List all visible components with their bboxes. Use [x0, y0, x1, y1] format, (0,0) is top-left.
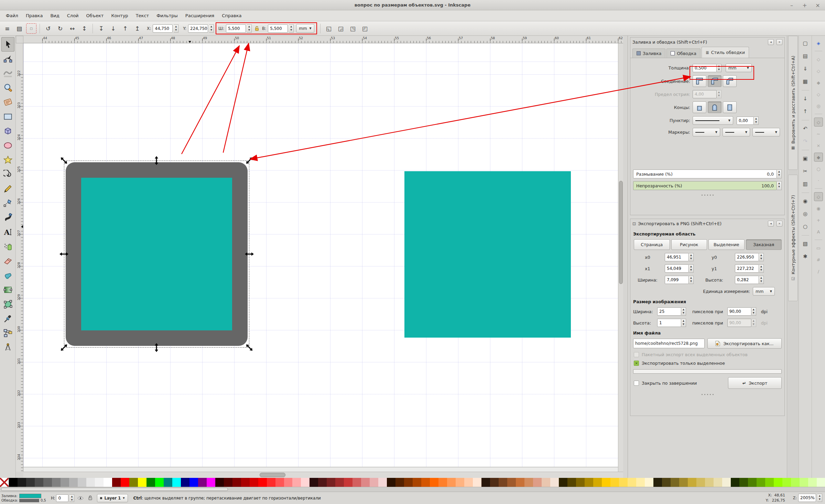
- rectangle-tool[interactable]: [1, 109, 14, 124]
- area-width-spinner[interactable]: ▲▼: [689, 276, 694, 284]
- paste-icon[interactable]: ▥: [801, 179, 810, 189]
- palette-swatch[interactable]: [104, 478, 112, 487]
- join-miter-button[interactable]: [693, 75, 706, 87]
- palette-swatch[interactable]: [61, 478, 69, 487]
- zoom-page-icon[interactable]: ○: [801, 222, 810, 231]
- preferences-icon[interactable]: ✱: [801, 252, 810, 261]
- marker-end-dropdown[interactable]: ▼: [752, 128, 780, 136]
- area-width-input[interactable]: 7,099: [665, 276, 689, 284]
- zoom-tool[interactable]: [1, 80, 14, 95]
- rotate-ccw-icon[interactable]: ↺: [43, 23, 53, 34]
- filename-input[interactable]: home/cooltehno/rect5728.png: [633, 339, 705, 348]
- scale-corners-toggle-icon[interactable]: ◲: [336, 23, 346, 34]
- selector-tool[interactable]: [1, 37, 14, 52]
- palette-swatch[interactable]: [662, 478, 671, 487]
- palette-swatch[interactable]: [602, 478, 610, 487]
- palette-swatch[interactable]: [112, 478, 121, 487]
- x0-input[interactable]: 46,951: [665, 253, 689, 261]
- zoom-selection-icon[interactable]: ◉: [801, 196, 810, 206]
- unit-dropdown[interactable]: mm▼: [296, 24, 314, 33]
- node-tool[interactable]: [1, 52, 14, 66]
- image-height-input[interactable]: 1: [657, 319, 681, 327]
- select-all-layers-icon[interactable]: ▤: [14, 23, 24, 34]
- menu-item-3[interactable]: Слой: [63, 11, 83, 20]
- current-layer-dropdown[interactable]: Layer 1 ▼: [97, 494, 128, 502]
- palette-swatch[interactable]: [207, 478, 215, 487]
- zoom-drawing-icon[interactable]: ◎: [801, 209, 810, 219]
- palette-swatch[interactable]: [800, 478, 808, 487]
- export-as-button[interactable]: Экспортировать как...: [707, 338, 782, 349]
- print-icon[interactable]: ▦: [801, 77, 810, 86]
- menu-item-9[interactable]: Справка: [218, 11, 245, 20]
- undo-icon[interactable]: ↶: [801, 124, 810, 133]
- palette-swatch[interactable]: [241, 478, 250, 487]
- y1-spinner[interactable]: ▲▼: [759, 264, 764, 273]
- export-unit-dropdown[interactable]: mm▼: [753, 287, 775, 296]
- x1-input[interactable]: 54,049: [665, 264, 689, 273]
- document-properties-icon[interactable]: ▧: [801, 239, 810, 249]
- palette-swatch[interactable]: [464, 478, 473, 487]
- palette-swatch[interactable]: [731, 478, 739, 487]
- blur-slider[interactable]: Размывание (%)0,0: [633, 169, 777, 178]
- palette-swatch[interactable]: [215, 478, 224, 487]
- flip-horizontal-icon[interactable]: ↔: [67, 23, 77, 34]
- minimize-button[interactable]: –: [788, 2, 795, 9]
- palette-swatch[interactable]: [671, 478, 679, 487]
- x0-spinner[interactable]: ▲▼: [689, 253, 694, 261]
- snap-bbox-midpoint-icon[interactable]: ◇: [814, 90, 823, 99]
- palette-swatch[interactable]: [550, 478, 559, 487]
- palette-swatch[interactable]: [335, 478, 344, 487]
- palette-swatch[interactable]: [748, 478, 757, 487]
- palette-swatch[interactable]: [524, 478, 533, 487]
- palette-swatch[interactable]: [516, 478, 524, 487]
- ruler-tool[interactable]: [1, 95, 14, 109]
- vertical-scrollbar-thumb[interactable]: [619, 181, 623, 284]
- palette-swatch[interactable]: [817, 478, 825, 487]
- height-input[interactable]: 5,500: [268, 24, 288, 33]
- palette-swatch[interactable]: [250, 478, 258, 487]
- palette-swatch[interactable]: [782, 478, 791, 487]
- lower-icon[interactable]: ↓: [108, 23, 118, 34]
- lower-to-bottom-icon[interactable]: ↧: [96, 23, 106, 34]
- eraser-tool[interactable]: [1, 254, 14, 268]
- snap-intersection-icon[interactable]: ×: [814, 141, 823, 150]
- area-button-selection[interactable]: Выделение: [708, 239, 745, 250]
- flip-vertical-icon[interactable]: ↕: [79, 23, 89, 34]
- tab-fill[interactable]: Заливка: [632, 48, 665, 58]
- ellipse-tool[interactable]: [1, 138, 14, 153]
- y0-spinner[interactable]: ▲▼: [759, 253, 764, 261]
- palette-swatch[interactable]: [567, 478, 576, 487]
- bucket-fill-tool[interactable]: [1, 268, 14, 283]
- snap-cusp-node-icon[interactable]: ◆: [814, 153, 823, 162]
- area-button-custom[interactable]: Заказная: [746, 239, 782, 250]
- lock-ratio-icon[interactable]: [253, 25, 260, 32]
- rectangle-without-stroke[interactable]: [404, 171, 571, 338]
- menu-item-1[interactable]: Правка: [22, 11, 46, 20]
- scale-pattern-toggle-icon[interactable]: ◰: [360, 23, 370, 34]
- palette-swatch[interactable]: [619, 478, 628, 487]
- y0-input[interactable]: 226,950: [735, 253, 759, 261]
- area-button-drawing[interactable]: Рисунок: [671, 239, 707, 250]
- spiral-tool[interactable]: [1, 167, 14, 182]
- palette-swatch[interactable]: [129, 478, 138, 487]
- close-when-done-checkbox[interactable]: [634, 381, 639, 386]
- palette-swatch[interactable]: [499, 478, 507, 487]
- only-selected-checkbox[interactable]: ×: [634, 361, 639, 366]
- scale-handle[interactable]: [154, 156, 159, 165]
- menu-item-8[interactable]: Расширения: [182, 11, 218, 20]
- dialog-close-button[interactable]: ×: [777, 221, 782, 227]
- cap-butt-button[interactable]: [693, 101, 706, 113]
- pencil-tool[interactable]: [1, 182, 14, 196]
- palette-swatch[interactable]: [275, 478, 284, 487]
- palette-swatch[interactable]: [267, 478, 275, 487]
- dash-pattern-dropdown[interactable]: ▼: [693, 116, 733, 125]
- zoom-input[interactable]: 2005%: [798, 494, 816, 502]
- stroke-unit-dropdown[interactable]: mm▼: [726, 64, 752, 72]
- cap-round-button[interactable]: [708, 101, 721, 113]
- save-document-icon[interactable]: ⇓: [801, 64, 810, 74]
- palette-swatch[interactable]: [155, 478, 164, 487]
- snap-bbox-icon[interactable]: ◇: [814, 55, 823, 64]
- snap-text-baseline-icon[interactable]: A: [814, 227, 823, 236]
- palette-swatch[interactable]: [808, 478, 817, 487]
- palette-swatch[interactable]: [593, 478, 602, 487]
